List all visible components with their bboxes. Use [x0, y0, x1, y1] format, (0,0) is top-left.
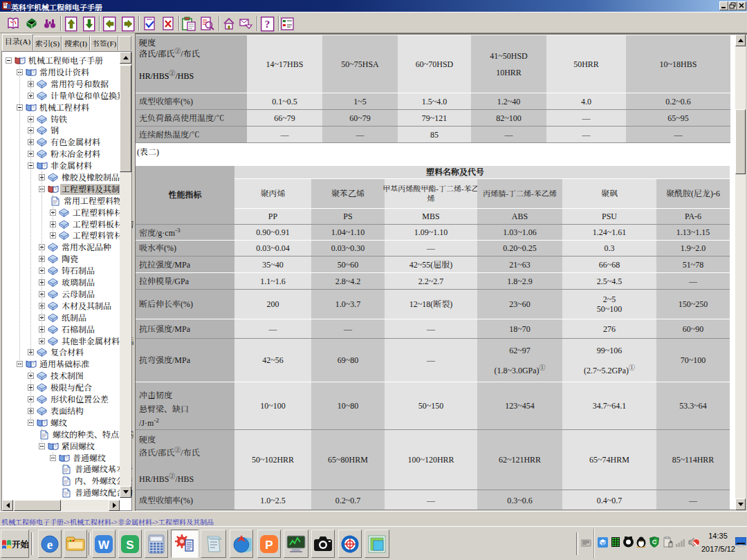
svg-text:W: W — [98, 539, 110, 552]
svg-text:C: C — [652, 539, 657, 545]
svg-text:?: ? — [265, 19, 270, 30]
svg-text:P: P — [265, 539, 273, 552]
svg-text:e: e — [47, 537, 53, 552]
svg-text:开始: 开始 — [12, 538, 28, 550]
svg-text:S: S — [126, 539, 133, 552]
